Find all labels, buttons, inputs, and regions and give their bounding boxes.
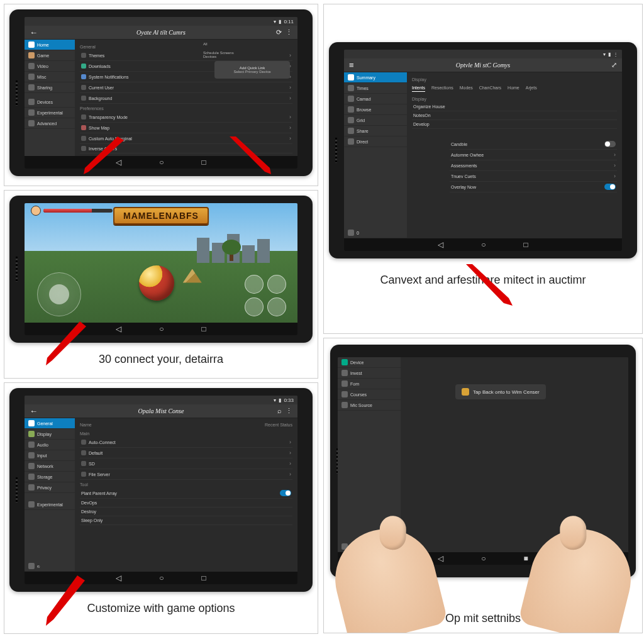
settings-row[interactable]: Background›	[80, 93, 292, 104]
settings-row[interactable]: Inverse Colors	[80, 144, 292, 153]
sidebar-item-home[interactable]: Home	[25, 40, 75, 50]
settings-row[interactable]: Automne Owhee›	[450, 150, 617, 160]
settings-row[interactable]: Organize House	[412, 103, 617, 111]
sidebar-item[interactable]: Direct	[344, 136, 407, 147]
settings-row[interactable]: Plant Parent Array	[80, 488, 292, 499]
sidebar-item[interactable]: Mic Source	[338, 400, 401, 411]
settings-row[interactable]: SD›	[80, 458, 292, 469]
tab[interactable]: Arjets	[526, 86, 537, 92]
section-head: Display	[412, 75, 617, 83]
sidebar-item-general[interactable]: General	[25, 418, 75, 429]
refresh-icon[interactable]: ⟳	[276, 28, 282, 36]
nav-home-icon[interactable]: ○	[481, 240, 486, 249]
sidebar-item-advanced[interactable]: Advanced	[25, 118, 75, 129]
action-button-a[interactable]	[245, 275, 264, 294]
settings-row[interactable]: Overlay Now	[450, 182, 617, 192]
battery-icon: ▮	[279, 397, 281, 403]
tree-icon	[222, 240, 241, 261]
sidebar-item-experimental[interactable]: Experimental	[25, 499, 75, 510]
sidebar-item-summary[interactable]: Summary	[344, 72, 407, 83]
nav-home-icon[interactable]: ○	[159, 574, 164, 582]
settings-row[interactable]: NotesOn	[412, 111, 617, 120]
search-icon[interactable]: ⌕	[277, 407, 282, 415]
nav-home-icon[interactable]: ○	[481, 554, 486, 563]
sidebar-item[interactable]: Times	[344, 83, 407, 94]
settings-row[interactable]: Assessments›	[450, 160, 617, 171]
menu-icon[interactable]: ⋮	[286, 28, 292, 36]
wifi-icon: ▾	[274, 397, 276, 403]
tab[interactable]: Modes	[460, 86, 473, 92]
back-button[interactable]: ←	[30, 28, 38, 37]
settings-row[interactable]: Auto-Connect›	[80, 437, 292, 448]
settings-row[interactable]: Transparency Mode›	[80, 112, 292, 123]
sidebar-item-display[interactable]: Display	[25, 429, 75, 440]
nav-back-icon[interactable]: ◁	[116, 574, 121, 582]
sidebar-item[interactable]: Fom	[338, 379, 401, 389]
settings-row[interactable]: Current User›	[80, 82, 292, 93]
nav-back-icon[interactable]: ◁	[438, 240, 443, 249]
action-button-b[interactable]	[267, 275, 286, 294]
sidebar-item-game[interactable]: Game	[25, 50, 75, 61]
sidebar-item-devices[interactable]: Devices	[25, 97, 75, 108]
status-bar: ▾ ▮ 0:33	[25, 396, 297, 404]
settings-row[interactable]: Show Map›	[80, 123, 292, 133]
menu-icon[interactable]: ⋮	[286, 407, 292, 415]
sidebar-item-sharing[interactable]: Sharing	[25, 82, 75, 93]
sidebar-item[interactable]: Grid	[344, 115, 407, 126]
sidebar-item-input[interactable]: Input	[25, 450, 75, 461]
nav-recent-icon[interactable]: □	[524, 240, 528, 249]
sidebar-item-network[interactable]: Network	[25, 461, 75, 472]
nav-home-icon[interactable]: ○	[159, 158, 164, 167]
quick-link-card[interactable]: Add Quick Link Select Primary Device	[214, 61, 290, 79]
column-header: Recent Status	[265, 423, 292, 427]
sidebar-item-privacy[interactable]: Privacy	[25, 482, 75, 493]
nav-back-icon[interactable]: ◁	[116, 325, 121, 333]
menu-icon[interactable]: ⋮	[613, 52, 618, 57]
nav-recent-icon[interactable]: □	[202, 574, 206, 582]
caption-device-settings: Device Settings	[4, 181, 318, 186]
settings-row[interactable]: File Server›	[80, 469, 292, 480]
settings-row[interactable]: Sleep Only	[80, 516, 292, 525]
sidebar-item-audio[interactable]: Audio	[25, 440, 75, 450]
settings-row[interactable]: Default›	[80, 448, 292, 458]
caption-connect: 30 connect your, detairra	[4, 348, 318, 371]
wifi-icon: ▾	[603, 52, 606, 57]
expand-icon[interactable]: ⤢	[611, 61, 617, 69]
toggle[interactable]	[604, 184, 616, 190]
settings-row[interactable]: Destroy	[80, 508, 292, 516]
sidebar-item-video[interactable]: Video	[25, 61, 75, 72]
toggle[interactable]	[604, 141, 616, 147]
tab[interactable]: Intents	[412, 86, 425, 92]
sidebar-item[interactable]: Share	[344, 126, 407, 136]
tab[interactable]: Home	[508, 86, 519, 92]
toggle[interactable]	[280, 490, 291, 496]
virtual-joystick[interactable]	[37, 272, 81, 316]
sidebar-item-storage[interactable]: Storage	[25, 472, 75, 482]
action-button-c[interactable]	[245, 297, 264, 316]
nav-home-icon[interactable]: ○	[159, 325, 164, 333]
clock: 0:33	[284, 397, 294, 403]
settings-row[interactable]: Tnuev Cuets›	[450, 171, 617, 182]
nav-recent-icon[interactable]: □	[202, 158, 206, 167]
nav-recent-icon[interactable]: □	[202, 325, 206, 333]
sidebar-item[interactable]: Camad	[344, 94, 407, 104]
section-tool: Tool	[80, 480, 292, 488]
nav-recent-icon[interactable]: ■	[524, 554, 528, 563]
hamburger-icon[interactable]: ≡	[349, 60, 354, 70]
settings-row[interactable]: Develop	[412, 120, 617, 129]
settings-row[interactable]: DevOps	[80, 499, 292, 508]
back-button[interactable]: ←	[30, 406, 38, 416]
sidebar-item[interactable]: Browse	[344, 104, 407, 115]
sidebar-item[interactable]: Device	[338, 357, 401, 368]
sidebar-item[interactable]: Invest	[338, 368, 401, 379]
nav-back-icon[interactable]: ◁	[438, 554, 443, 563]
sidebar-item-misc[interactable]: Misc	[25, 72, 75, 82]
settings-row[interactable]: Candble	[450, 139, 617, 150]
action-button-d[interactable]	[267, 297, 286, 316]
settings-row[interactable]: Custom Auto Marginal›	[80, 133, 292, 144]
nav-back-icon[interactable]: ◁	[116, 158, 121, 167]
tab[interactable]: ChanChars	[479, 86, 501, 92]
tab[interactable]: Resections	[431, 86, 453, 92]
sidebar-item[interactable]: Courses	[338, 389, 401, 400]
sidebar-item-experimental[interactable]: Experimental	[25, 108, 75, 118]
